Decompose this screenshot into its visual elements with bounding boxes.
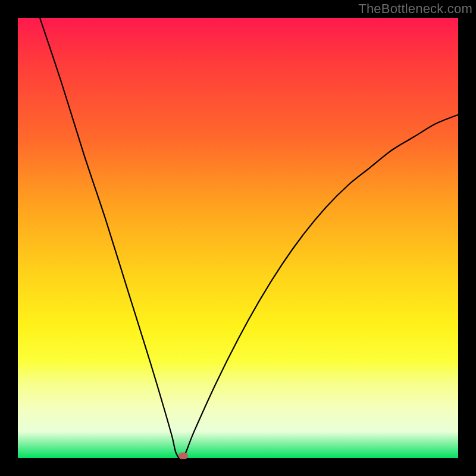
curve-svg (18, 18, 458, 458)
optimal-point-marker (178, 453, 188, 459)
bottleneck-curve (40, 18, 458, 459)
bottleneck-chart (18, 18, 458, 458)
watermark-text: TheBottleneck.com (358, 1, 472, 17)
